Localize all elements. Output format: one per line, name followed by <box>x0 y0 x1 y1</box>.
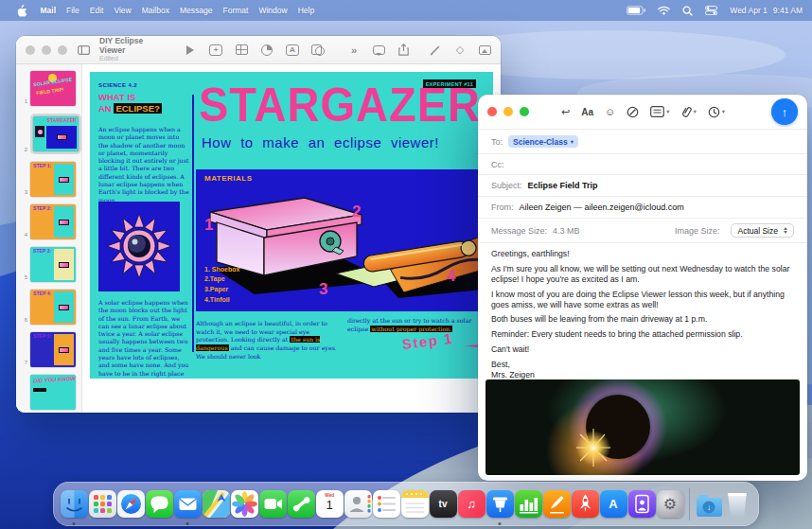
undo-button[interactable]: ↩ <box>561 106 570 118</box>
material-item: 2.Tape <box>204 274 239 285</box>
trash-icon <box>727 493 748 518</box>
dock-item-reminders[interactable] <box>372 482 400 526</box>
tv-label: tv <box>430 490 457 518</box>
table-button[interactable] <box>235 43 248 58</box>
dock-item-calendar[interactable]: Wed 1 <box>315 482 344 526</box>
shape-button[interactable] <box>311 43 325 58</box>
dock-item-trash[interactable] <box>723 482 751 526</box>
dock-item-messages[interactable] <box>145 482 173 526</box>
subject-field[interactable]: Subject: Eclipse Field Trip <box>478 174 807 196</box>
emoji-button[interactable]: ☺ <box>605 106 615 117</box>
running-indicator <box>186 522 189 525</box>
dock-item-launchpad[interactable] <box>88 482 116 526</box>
menu-item-message[interactable]: Message <box>174 6 218 15</box>
dock-item-tv[interactable]: tv <box>429 482 457 526</box>
comment-button[interactable] <box>372 43 385 58</box>
status-time: 9:41 AM <box>773 6 803 15</box>
slide-number <box>18 408 27 410</box>
zoom-button[interactable] <box>520 107 529 116</box>
calendar-day: 1 <box>326 499 332 511</box>
media-button[interactable] <box>478 43 491 58</box>
text-button[interactable]: A <box>286 43 299 58</box>
dock-item-notes[interactable] <box>400 482 429 526</box>
slide-thumbnail-8[interactable]: DID YOU KNOW? <box>30 375 76 410</box>
to-field[interactable]: To: Science-Class ▾ <box>478 129 807 153</box>
control-center-icon[interactable] <box>705 6 717 15</box>
dock-item-mail[interactable] <box>173 482 202 526</box>
dock-item-safari[interactable] <box>116 482 145 526</box>
send-button[interactable]: ↑ <box>771 98 798 125</box>
dock-item-finder[interactable] <box>60 482 88 526</box>
dock-item-pages[interactable] <box>542 482 571 526</box>
slide-thumbnail-3[interactable]: STEP 1: <box>30 162 76 197</box>
stationery-button[interactable]: ▾ <box>650 106 669 117</box>
dock-item-maps[interactable] <box>202 482 230 526</box>
menu-item-edit[interactable]: Edit <box>84 6 109 15</box>
play-button[interactable] <box>184 43 197 58</box>
thumb-figure <box>54 291 74 323</box>
slide-thumbnail-1[interactable]: SOLAR ECLIPSE FIELD TRIP! <box>30 71 76 106</box>
dock-item-keynote[interactable] <box>485 482 514 526</box>
thumb-label: STEP 4: <box>33 291 51 296</box>
insert-button[interactable]: + <box>209 43 222 58</box>
menu-item-help[interactable]: Help <box>292 6 319 15</box>
dock-item-facetime[interactable] <box>258 482 287 526</box>
animate-button[interactable]: ◇ <box>453 43 467 58</box>
menu-item-file[interactable]: File <box>62 6 85 15</box>
menu-item-format[interactable]: Format <box>218 6 254 15</box>
dock-item-contacts[interactable] <box>344 482 372 526</box>
close-button[interactable] <box>26 45 35 55</box>
dock-item-music[interactable]: ♫ <box>457 482 485 526</box>
dock-item-settings[interactable]: ⚙ <box>656 482 684 526</box>
dock-item-photos[interactable] <box>230 482 258 526</box>
slide-thumbnail-2[interactable]: STARGAZER <box>33 116 79 151</box>
slide-thumbnail-5[interactable]: STEP 3: <box>30 247 76 282</box>
sun-illustration-box <box>98 202 180 291</box>
share-button[interactable] <box>397 43 410 58</box>
slide-thumbnail-7[interactable]: STEP 5: <box>30 332 76 367</box>
markup-button[interactable] <box>627 106 639 118</box>
slide-thumbnail-6[interactable]: STEP 4: <box>30 290 76 325</box>
body-paragraph: Greetings, earthlings! <box>491 249 794 259</box>
safety-text-col2: directly at the sun or try to watch a so… <box>347 317 489 333</box>
maps-icon <box>203 490 230 518</box>
dock-item-numbers[interactable] <box>514 482 542 526</box>
image-size-select[interactable]: Actual Size <box>731 223 794 238</box>
minimize-button[interactable] <box>42 45 51 55</box>
from-field[interactable]: From: Aileen Zeigen — aileen.zeigen@iclo… <box>478 196 807 218</box>
close-button[interactable] <box>487 107 497 116</box>
dock-item-app-store[interactable]: A <box>599 482 627 526</box>
menu-item-view[interactable]: View <box>109 6 136 15</box>
format-brush-button[interactable] <box>429 43 442 58</box>
app-store-label: A <box>600 490 627 518</box>
dock-item-downloads[interactable]: ↓ <box>695 482 723 526</box>
minimize-button[interactable] <box>503 107 513 116</box>
menu-item-mailbox[interactable]: Mailbox <box>136 6 174 15</box>
dock-item-schoolwork[interactable] <box>571 482 599 526</box>
more-toolbar-button[interactable]: » <box>347 43 361 58</box>
recipient-token[interactable]: Science-Class ▾ <box>508 135 578 148</box>
current-slide[interactable]: SCIENCE 4.2 WHAT IS AN ECLIPSE? An eclip… <box>90 72 493 379</box>
search-icon[interactable] <box>682 6 693 16</box>
chart-button[interactable] <box>260 43 274 58</box>
cc-field[interactable]: Cc: <box>478 153 807 174</box>
downloads-folder-icon: ↓ <box>697 498 722 517</box>
message-body[interactable]: Greetings, earthlings! As I'm sure you a… <box>478 243 807 380</box>
format-button[interactable]: Aa <box>581 107 593 117</box>
attach-button[interactable]: ▾ <box>681 105 697 118</box>
keynote-icon <box>486 490 514 518</box>
zoom-button[interactable] <box>58 45 67 55</box>
launchpad-icon <box>89 490 116 518</box>
wifi-icon[interactable] <box>658 6 670 15</box>
dock-item-classroom[interactable] <box>627 482 656 526</box>
send-later-button[interactable]: ▾ <box>708 106 725 118</box>
dock-item-phone[interactable] <box>287 482 315 526</box>
eclipse-photo-attachment[interactable] <box>485 379 800 475</box>
slide-thumbnail-4[interactable]: STEP 2: <box>30 204 76 239</box>
sidebar-toggle-icon[interactable] <box>77 43 90 58</box>
menu-item-window[interactable]: Window <box>254 6 292 15</box>
apple-menu[interactable] <box>9 5 35 17</box>
battery-icon[interactable] <box>627 6 645 15</box>
menu-bar-clock[interactable]: Wed Apr 1 9:41 AM <box>730 6 803 15</box>
menu-item-mail[interactable]: Mail <box>35 6 62 15</box>
